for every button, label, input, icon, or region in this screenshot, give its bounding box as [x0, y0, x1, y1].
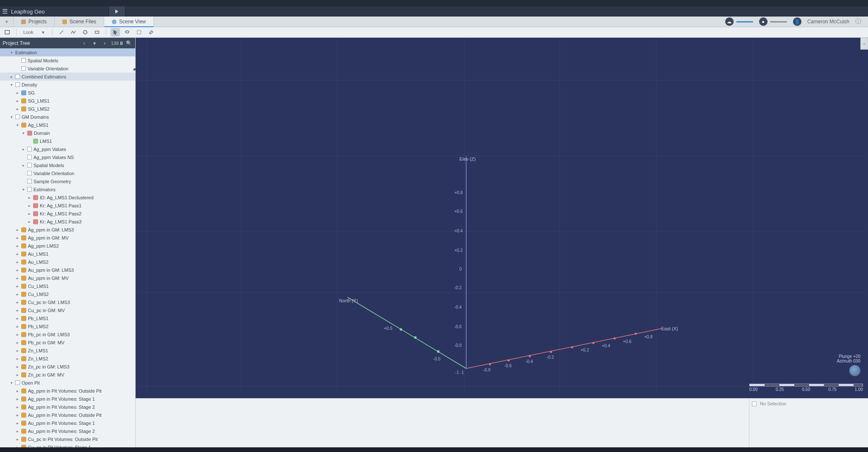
tree-item[interactable]: ▸Au_ppm in Pit Volumes: Stage 1: [0, 419, 135, 427]
right-dock-toggle[interactable]: ⟐: [860, 38, 868, 50]
tree-item[interactable]: ▸Au_ppm in Pit Volumes: Outside Pit: [0, 411, 135, 419]
tree-item[interactable]: ▸SG_LMS1: [0, 97, 135, 105]
tree-item[interactable]: ▸Kr: Ag_LMS1 Pass1: [0, 201, 135, 209]
tree-item[interactable]: ▸Kr: Ag_LMS1 Pass3: [0, 218, 135, 226]
selection-checkbox[interactable]: [752, 402, 757, 406]
tree-item[interactable]: ▾Ag_LMS1: [0, 121, 135, 129]
scene-3d-viewport[interactable]: Elev (Z) North (Y) East (X) +0.8 +0.6 +0…: [136, 38, 868, 398]
tree-item[interactable]: ▸Cu_LMS2: [0, 290, 135, 298]
tree-item[interactable]: ▸Ag_ppm Values: [0, 145, 135, 153]
tree-item[interactable]: ▸ID: Ag_LMS1 Declustered: [0, 193, 135, 201]
tab-scene-view[interactable]: Scene View: [104, 17, 154, 27]
tree-item[interactable]: ▸Pb_LMS1: [0, 314, 135, 322]
tree-item[interactable]: ▸Zn_LMS1: [0, 346, 135, 354]
tree-item[interactable]: ▸Au_ppm in GM: LMS3: [0, 266, 135, 274]
tree-item[interactable]: ▸Variable Orientation: [0, 169, 135, 177]
status-icon[interactable]: ●: [759, 17, 768, 26]
axis-label-y: North (Y): [339, 298, 358, 303]
axis-label-z: Elev (Z): [459, 156, 476, 162]
tree-item[interactable]: ▸Ag_ppm LMS2: [0, 242, 135, 250]
cloud-icon[interactable]: ☁: [725, 17, 734, 26]
svg-point-15: [593, 342, 595, 344]
help-icon[interactable]: ⓘ: [855, 18, 861, 25]
scale-bar: 0.00 0.25 0.50 0.75 1.00: [749, 384, 863, 393]
tree-item-estimators[interactable]: ▾Estimators: [0, 185, 135, 193]
tree-item[interactable]: ▸Cu_pc in Pit Volumes: Outside Pit: [0, 435, 135, 443]
look-dropdown[interactable]: ▾: [39, 28, 48, 36]
tree-item[interactable]: ▸Pb_LMS2: [0, 322, 135, 330]
tree-item-open-pit[interactable]: ▾Open Pit: [0, 379, 135, 387]
tree-item[interactable]: ▸Cu_pc in GM: LMS3: [0, 298, 135, 306]
svg-point-11: [508, 360, 510, 362]
tree-item[interactable]: ▸Ag_ppm in GM: MV: [0, 234, 135, 242]
z-tick: +0.8: [454, 190, 463, 195]
user-name: Cameron McCuish: [807, 19, 849, 25]
tab-scene-files[interactable]: Scene Files: [55, 17, 104, 27]
tree-item[interactable]: ▸Ag_ppm in Pit Volumes: Outside Pit: [0, 387, 135, 395]
box-select-button[interactable]: [134, 28, 144, 36]
tree-item[interactable]: ▸Au_LMS2: [0, 258, 135, 266]
menu-icon[interactable]: ☰: [0, 8, 9, 15]
tree-item[interactable]: ▸Pb_pc in GM: MV: [0, 338, 135, 346]
project-tree[interactable]: ▾Estimation ▸Spatial Models ▸Variable Or…: [0, 48, 135, 447]
draw-line-button[interactable]: [57, 28, 66, 36]
tree-item[interactable]: ▸Au_LMS1: [0, 250, 135, 258]
selection-panel[interactable]: No Selection: [749, 399, 868, 447]
tree-counter: 138: [111, 41, 122, 46]
compass-icon[interactable]: [849, 365, 860, 376]
tree-item[interactable]: ▸Ag_ppm in GM: LMS3: [0, 226, 135, 234]
tree-nav-next[interactable]: ›: [101, 40, 108, 46]
tree-item[interactable]: ▸Spatial Models: [0, 161, 135, 169]
draw-polyline-button[interactable]: [69, 28, 78, 36]
play-button[interactable]: [108, 6, 125, 17]
tree-item[interactable]: ▸LMS1: [0, 137, 135, 145]
tree-item[interactable]: ▸Zn_pc in GM: MV: [0, 371, 135, 379]
tree-item[interactable]: ▸Kr: Ag_LMS1 Pass2: [0, 209, 135, 218]
eraser-button[interactable]: [146, 28, 156, 36]
tree-item[interactable]: ▸Au_ppm in GM: MV: [0, 274, 135, 282]
tree-item[interactable]: ▾Domain: [0, 129, 135, 137]
tree-item[interactable]: ▸SG_LMS2: [0, 105, 135, 113]
tree-nav-prev[interactable]: ‹: [81, 40, 88, 46]
select-button[interactable]: [111, 28, 120, 36]
tab-projects[interactable]: Projects: [14, 17, 55, 27]
tree-item[interactable]: ▸Zn_pc in GM: LMS3: [0, 363, 135, 371]
panel-title: Project Tree: [3, 40, 78, 46]
z-tick: +0.2: [454, 248, 463, 253]
svg-rect-3: [137, 31, 141, 34]
properties-panel[interactable]: [136, 399, 749, 447]
plane-button[interactable]: [92, 28, 102, 36]
tree-item[interactable]: ▸Au_ppm in Pit Volumes: Stage 2: [0, 427, 135, 435]
bottom-panels: No Selection: [136, 398, 868, 447]
tree-item[interactable]: ▸Sample Geometry: [0, 177, 135, 185]
tree-item[interactable]: ▸Cu_pc in Pit Volumes: Stage 1: [0, 443, 135, 447]
files-icon: [62, 20, 67, 24]
tree-item[interactable]: ▸Ag_ppm in Pit Volumes: Stage 1: [0, 395, 135, 403]
tree-item[interactable]: ▸Spatial Models: [0, 56, 135, 64]
svg-point-7: [414, 336, 417, 339]
tab-label: Projects: [28, 19, 47, 25]
os-titlebar: [0, 0, 868, 6]
z-tick: -0.8: [454, 343, 462, 348]
tree-item[interactable]: ▸Cu_pc in GM: MV: [0, 306, 135, 314]
tree-item[interactable]: ▸Cu_LMS1: [0, 282, 135, 290]
tree-item[interactable]: ▸Ag_ppm Values NS: [0, 153, 135, 161]
tree-nav-dropdown[interactable]: ▾: [91, 40, 98, 46]
user-avatar-icon[interactable]: 👤: [793, 17, 801, 26]
view-menu-button[interactable]: [3, 28, 12, 36]
tree-item[interactable]: ▸Pb_pc in GM: LMS3: [0, 330, 135, 338]
tree-item-density[interactable]: ▾Density: [0, 81, 135, 89]
tab-history-dropdown[interactable]: ▾: [0, 17, 14, 27]
ruler-button[interactable]: [81, 28, 90, 36]
tree-item[interactable]: ▸Ag_ppm in Pit Volumes: Stage 2: [0, 403, 135, 411]
tree-item-combined-estimators[interactable]: ▸Combined Estimators: [0, 73, 135, 81]
tree-item[interactable]: ▸Variable Orientation: [0, 64, 135, 73]
svg-point-6: [400, 328, 402, 331]
tree-item-estimation[interactable]: ▾Estimation: [0, 48, 135, 56]
lasso-button[interactable]: [122, 28, 132, 36]
tree-item[interactable]: ▸SG: [0, 89, 135, 97]
tree-search-button[interactable]: 🔍: [125, 40, 133, 46]
tree-item[interactable]: ▸Zn_LMS2: [0, 354, 135, 363]
svg-rect-0: [5, 31, 10, 34]
tree-item-gm-domains[interactable]: ▾GM Domains: [0, 113, 135, 121]
